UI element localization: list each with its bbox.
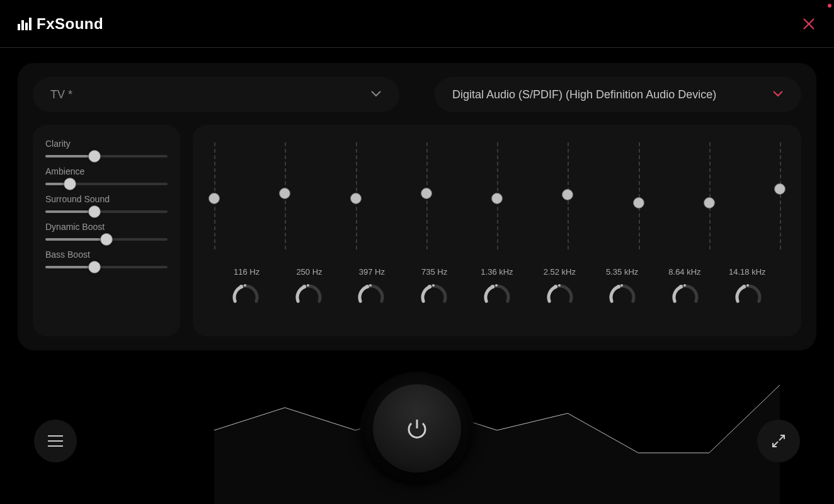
knob-indicator-dot: [365, 285, 369, 289]
knob-top-dot: [495, 284, 498, 287]
eq-band-point[interactable]: [279, 188, 290, 199]
eq-gridline: [709, 142, 711, 249]
slider-clarity: Clarity: [45, 139, 168, 158]
knob-top-dot: [746, 284, 749, 287]
eq-band-point[interactable]: [774, 183, 785, 195]
close-button[interactable]: [801, 16, 816, 32]
eq-band-knob[interactable]: [357, 283, 386, 312]
slider-thumb[interactable]: [100, 233, 113, 246]
slider-track[interactable]: [45, 183, 168, 185]
logo-bars-icon: [18, 18, 33, 30]
eq-band-point[interactable]: [633, 197, 644, 209]
svg-rect-2: [25, 23, 28, 30]
slider-label: Ambience: [45, 166, 168, 176]
slider-dynamic-boost: Dynamic Boost: [45, 222, 168, 241]
slider-track[interactable]: [45, 155, 168, 158]
eq-gridline: [639, 142, 640, 249]
power-button[interactable]: [360, 372, 474, 485]
power-button-inner: [373, 384, 461, 472]
slider-track[interactable]: [45, 210, 168, 213]
eq-band-knob[interactable]: [231, 283, 260, 312]
eq-band-knob[interactable]: [420, 283, 448, 312]
eq-band-knob[interactable]: [608, 283, 637, 312]
slider-thumb[interactable]: [88, 150, 101, 163]
hamburger-icon: [47, 435, 64, 447]
output-device-dropdown[interactable]: Digital Audio (S/PDIF) (High Definition …: [435, 77, 801, 112]
eq-band-point[interactable]: [704, 197, 715, 209]
app-name: FxSound: [37, 15, 103, 33]
slider-track[interactable]: [45, 238, 168, 241]
eq-band-point[interactable]: [350, 193, 362, 204]
app-logo: FxSound: [18, 15, 103, 33]
slider-label: Clarity: [45, 139, 168, 149]
expand-icon: [770, 433, 787, 449]
slider-thumb[interactable]: [88, 261, 101, 273]
slider-label: Surround Sound: [45, 194, 168, 204]
slider-ambience: Ambience: [45, 166, 168, 185]
slider-thumb[interactable]: [64, 178, 76, 190]
svg-rect-0: [18, 24, 20, 30]
eq-band-knob[interactable]: [671, 283, 700, 312]
svg-marker-4: [214, 385, 780, 504]
svg-rect-3: [29, 18, 31, 30]
power-icon: [404, 416, 430, 441]
eq-band-point[interactable]: [562, 189, 573, 200]
slider-label: Dynamic Boost: [45, 222, 168, 232]
eq-gridline: [780, 142, 781, 249]
expand-button[interactable]: [757, 420, 800, 462]
indicator-dot: [828, 4, 831, 8]
eq-band-point[interactable]: [491, 193, 503, 204]
chevron-down-icon: [772, 89, 784, 100]
preset-dropdown-label: TV *: [50, 88, 72, 101]
eq-band-knob[interactable]: [483, 283, 511, 312]
eq-band-knob[interactable]: [546, 283, 574, 312]
close-icon: [801, 16, 816, 32]
slider-label: Bass Boost: [45, 249, 168, 260]
slider-thumb[interactable]: [88, 205, 101, 218]
slider-track[interactable]: [45, 266, 168, 268]
eq-band-knob[interactable]: [294, 283, 323, 312]
eq-band-point[interactable]: [208, 193, 220, 204]
svg-rect-1: [21, 20, 24, 30]
slider-surround-sound: Surround Sound: [45, 194, 168, 213]
eq-band-point[interactable]: [421, 188, 432, 199]
equalizer-panel: 116 Hz250 Hz397 Hz735 Hz1.36 kHz2.52 kHz…: [193, 125, 801, 336]
main-panel: TV * Digital Audio (S/PDIF) (High Defini…: [18, 63, 816, 350]
output-device-label: Digital Audio (S/PDIF) (High Definition …: [452, 88, 716, 101]
title-bar: FxSound: [0, 0, 834, 48]
effects-panel: ClarityAmbienceSurround SoundDynamic Boo…: [33, 125, 180, 336]
menu-button[interactable]: [34, 420, 77, 462]
knob-top-dot: [244, 284, 246, 287]
slider-bass-boost: Bass Boost: [45, 249, 168, 268]
chevron-down-icon: [370, 89, 382, 100]
preset-dropdown[interactable]: TV *: [33, 77, 399, 112]
eq-band-knob[interactable]: [734, 283, 763, 312]
knob-top-dot: [558, 284, 561, 287]
knob-top-dot: [307, 284, 309, 287]
